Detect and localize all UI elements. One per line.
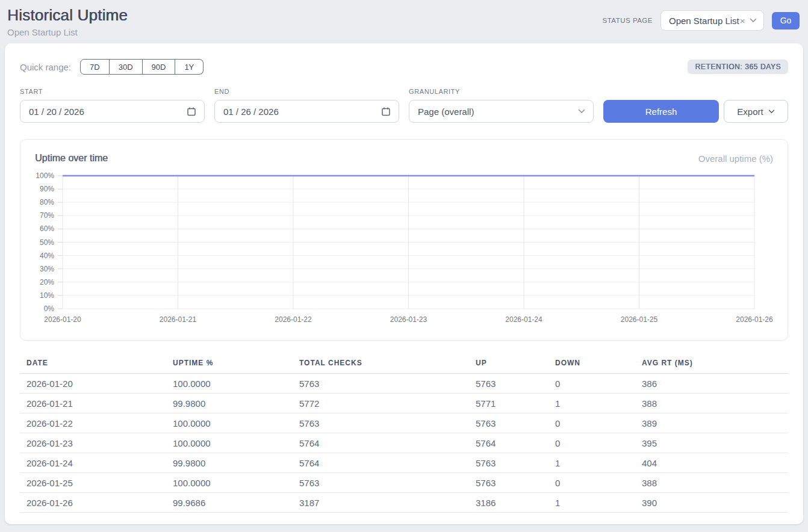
chevron-down-icon (750, 18, 757, 23)
svg-text:70%: 70% (40, 211, 54, 220)
table-cell: 100.0000 (173, 374, 299, 394)
svg-text:2026-01-25: 2026-01-25 (621, 315, 658, 324)
table-cell: 2026-01-21 (20, 394, 173, 413)
table-cell: 0 (555, 433, 642, 453)
quick-range-1y-button[interactable]: 1Y (175, 59, 204, 75)
chart-title: Uptime over time (35, 153, 108, 164)
table-cell: 5763 (476, 413, 555, 433)
table-cell: 1 (555, 453, 642, 473)
table-cell: 0 (555, 473, 642, 493)
table-cell: 386 (642, 374, 788, 394)
filter-fields-row: START 01 / 20 / 2026 END 01 / 26 / 2026 … (20, 88, 788, 123)
end-date-input[interactable]: 01 / 26 / 2026 (214, 100, 399, 123)
table-cell: 5771 (476, 394, 555, 413)
granularity-select[interactable]: Page (overall) (409, 100, 594, 123)
column-header: AVG RT (MS) (642, 355, 788, 374)
table-cell: 5764 (299, 453, 476, 473)
table-cell: 2026-01-26 (20, 493, 173, 513)
refresh-button[interactable]: Refresh (603, 100, 719, 123)
table-row: 2026-01-25100.0000576357630388 (20, 473, 788, 493)
granularity-label: GRANULARITY (409, 88, 594, 95)
column-header: UP (476, 355, 555, 374)
table-cell: 5772 (299, 394, 476, 413)
clear-icon[interactable]: × (740, 16, 745, 26)
svg-text:20%: 20% (40, 278, 54, 286)
svg-text:10%: 10% (40, 291, 54, 300)
status-page-select[interactable]: Open Startup List × (660, 10, 764, 31)
page-title: Historical Uptime (7, 6, 128, 25)
end-label: END (214, 88, 399, 95)
calendar-icon[interactable] (381, 107, 391, 116)
quick-range-group: 7D30D90D1Y (80, 59, 204, 75)
table-cell: 1 (555, 493, 642, 513)
svg-text:100%: 100% (36, 172, 54, 180)
table-row: 2026-01-23100.0000576457640395 (20, 433, 788, 453)
export-label: Export (737, 107, 763, 117)
quick-range-label: Quick range: (20, 62, 71, 72)
page-subtitle: Open Startup List (7, 27, 128, 37)
quick-range-row: Quick range: 7D30D90D1Y RETENTION: 365 D… (20, 59, 788, 75)
table-cell: 2026-01-23 (20, 433, 173, 453)
table-cell: 5763 (476, 453, 555, 473)
uptime-table: DATEUPTIME %TOTAL CHECKSUPDOWNAVG RT (MS… (20, 355, 788, 513)
table-cell: 5763 (476, 374, 555, 394)
export-button[interactable]: Export (724, 100, 788, 123)
table-cell: 395 (642, 433, 788, 453)
table-cell: 0 (555, 413, 642, 433)
table-cell: 388 (642, 394, 788, 413)
chevron-down-icon (768, 110, 775, 114)
table-header-row: DATEUPTIME %TOTAL CHECKSUPDOWNAVG RT (MS… (20, 355, 788, 374)
column-header: TOTAL CHECKS (299, 355, 476, 374)
svg-text:50%: 50% (40, 238, 54, 247)
table-row: 2026-01-2699.9686318731861390 (20, 493, 788, 513)
granularity-field: GRANULARITY Page (overall) (409, 88, 594, 123)
chevron-down-icon (578, 109, 585, 114)
page-header: Historical Uptime Open Startup List STAT… (0, 0, 808, 37)
table-cell: 100.0000 (173, 413, 299, 433)
table-cell: 389 (642, 413, 788, 433)
chart-header: Uptime over time Overall uptime (%) (35, 153, 773, 164)
table-cell: 5763 (299, 473, 476, 493)
svg-text:0%: 0% (44, 305, 55, 313)
svg-text:2026-01-20: 2026-01-20 (44, 315, 81, 324)
svg-text:2026-01-23: 2026-01-23 (390, 315, 427, 324)
table-cell: 2026-01-25 (20, 473, 173, 493)
table-cell: 3187 (299, 493, 476, 513)
table-cell: 2026-01-20 (20, 374, 173, 394)
quick-range-90d-button[interactable]: 90D (143, 59, 176, 75)
table-cell: 390 (642, 493, 788, 513)
quick-range-30d-button[interactable]: 30D (110, 59, 143, 75)
table-cell: 3186 (476, 493, 555, 513)
svg-text:2026-01-26: 2026-01-26 (736, 315, 773, 324)
table-cell: 1 (555, 394, 642, 413)
svg-text:2026-01-22: 2026-01-22 (275, 315, 312, 324)
svg-text:2026-01-21: 2026-01-21 (160, 315, 197, 324)
svg-text:90%: 90% (40, 185, 54, 193)
table-row: 2026-01-2199.9800577257711388 (20, 394, 788, 413)
calendar-icon[interactable] (187, 107, 196, 116)
chart-card: Uptime over time Overall uptime (%) 100%… (20, 139, 788, 341)
title-block: Historical Uptime Open Startup List (7, 6, 128, 37)
status-page-value: Open Startup List (669, 16, 739, 26)
quick-range-7d-button[interactable]: 7D (80, 59, 110, 75)
column-header: UPTIME % (173, 355, 299, 374)
table-cell: 5763 (476, 473, 555, 493)
table-cell: 404 (642, 453, 788, 473)
table-cell: 5764 (476, 433, 555, 453)
table-cell: 5763 (299, 413, 476, 433)
table-cell: 0 (555, 374, 642, 394)
table-cell: 100.0000 (173, 473, 299, 493)
table-cell: 99.9800 (173, 453, 299, 473)
table-cell: 100.0000 (173, 433, 299, 453)
start-date-value: 01 / 20 / 2026 (29, 107, 84, 117)
column-header: DOWN (555, 355, 642, 374)
table-cell: 2026-01-22 (20, 413, 173, 433)
granularity-value: Page (overall) (418, 107, 474, 117)
table-cell: 2026-01-24 (20, 453, 173, 473)
table-cell: 99.9686 (173, 493, 299, 513)
start-date-input[interactable]: 01 / 20 / 2026 (20, 100, 205, 123)
start-date-field: START 01 / 20 / 2026 (20, 88, 205, 123)
go-button[interactable]: Go (772, 12, 800, 29)
svg-text:30%: 30% (40, 265, 54, 273)
svg-text:80%: 80% (40, 198, 54, 206)
